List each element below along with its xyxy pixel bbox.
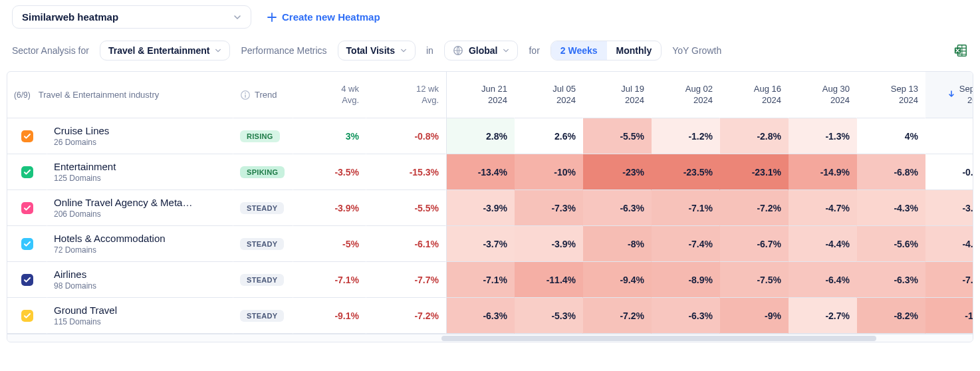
row-name: Airlines [54,269,96,280]
trend-pill: RISING [240,130,280,142]
create-heatmap-button[interactable]: Create new Heatmap [267,11,380,23]
industry-header-label: Travel & Entertainment industry [39,90,160,100]
row-name-cell[interactable]: Ground Travel115 Domains [47,298,233,334]
heatmap-cell: -4.4% [925,226,973,262]
row-4wk-avg: -5% [293,226,366,262]
column-header-date[interactable]: Jul 192024 [583,72,652,118]
export-excel-icon[interactable] [953,43,968,58]
heatmap-cell: -8.2% [857,298,925,334]
heatmap-cell: -8% [583,226,652,262]
heatmap-cell: -7.8% [925,262,973,298]
heatmap-cell: -10% [515,154,583,190]
row-checkbox[interactable] [21,238,33,250]
row-trend-cell: STEADY [233,262,293,298]
heatmap-cell: -7.1% [652,190,720,226]
heatmap-cell: -6.4% [789,262,857,298]
heatmap-cell: -3.7% [446,226,515,262]
column-header-date[interactable]: Sep 272024 [925,72,973,118]
row-checkbox-cell [7,118,47,154]
row-trend-cell: SPIKING [233,154,293,190]
column-header-date[interactable]: Sep 132024 [857,72,925,118]
heatmap-cell: -7.5% [720,262,789,298]
row-checkbox[interactable] [21,310,33,322]
row-subtitle: 206 Domains [54,209,192,219]
heatmap-selector-label: Similarweb heatmap [22,11,118,23]
globe-icon [453,45,463,56]
heatmap-cell: -1.2% [652,118,720,154]
row-checkbox-cell [7,190,47,226]
column-header-date[interactable]: Aug 022024 [652,72,720,118]
heatmap-cell: -7.4% [652,226,720,262]
row-subtitle: 98 Domains [54,281,96,291]
heatmap-cell: 2% [925,118,973,154]
heatmap-cell: -6.3% [857,262,925,298]
metric-dropdown[interactable]: Total Visits [338,41,416,61]
period-option-2weeks[interactable]: 2 Weeks [551,41,607,60]
region-dropdown[interactable]: Global [444,41,519,61]
heatmap-cell: -7.1% [446,262,515,298]
heatmap-cell: -5.3% [515,298,583,334]
row-trend-cell: STEADY [233,298,293,334]
heatmap-cell: -7.2% [583,298,652,334]
create-heatmap-label: Create new Heatmap [282,11,380,23]
row-checkbox[interactable] [21,274,33,286]
heatmap-cell: -2.7% [789,298,857,334]
row-subtitle: 72 Domains [54,245,166,255]
heatmap-table: (6/9)Travel & Entertainment industryTren… [7,71,973,342]
trend-pill: STEADY [240,274,284,286]
horizontal-scrollbar[interactable] [7,334,973,342]
heatmap-cell: -8.9% [652,262,720,298]
heatmap-cell: -14.9% [789,154,857,190]
row-4wk-avg: -3.9% [293,190,366,226]
heatmap-cell: -3.9% [446,190,515,226]
column-header-industry[interactable]: (6/9)Travel & Entertainment industry [7,72,233,118]
trend-pill: STEADY [240,310,284,322]
row-checkbox[interactable] [21,202,33,214]
row-name-cell[interactable]: Cruise Lines26 Domains [47,118,233,154]
column-header-date[interactable]: Aug 302024 [789,72,857,118]
heatmap-cell: -5.5% [583,118,652,154]
row-subtitle: 125 Domains [54,174,116,183]
heatmap-cell: -5.6% [857,226,925,262]
column-header-trend[interactable]: Trend [233,72,293,118]
row-count: (6/9) [14,90,31,100]
row-checkbox[interactable] [21,130,33,142]
column-header-date[interactable]: Jul 052024 [515,72,583,118]
sector-dropdown[interactable]: Travel & Entertainment [100,41,231,61]
column-header-12wk-avg[interactable]: 12 wkAvg. [366,72,446,118]
column-header-date[interactable]: Jun 212024 [446,72,515,118]
heatmap-cell: -1.3% [789,118,857,154]
heatmap-cell: -4.4% [789,226,857,262]
row-trend-cell: STEADY [233,190,293,226]
heatmap-cell: -6.3% [583,190,652,226]
row-name-cell[interactable]: Online Travel Agency & Meta…206 Domains [47,190,233,226]
scrollbar-thumb[interactable] [441,336,876,341]
heatmap-selector[interactable]: Similarweb heatmap [12,5,251,29]
trend-header-label: Trend [255,90,277,100]
chevron-down-icon [503,47,509,54]
heatmap-cell: -13.4% [446,154,515,190]
filter-label-for: for [529,45,539,56]
period-option-monthly[interactable]: Monthly [607,41,662,60]
row-12wk-avg: -0.8% [366,118,446,154]
row-name: Cruise Lines [54,125,109,136]
column-header-date[interactable]: Aug 162024 [720,72,789,118]
row-name-cell[interactable]: Entertainment125 Domains [47,154,233,190]
heatmap-cell: -3.6% [925,190,973,226]
svg-rect-5 [245,94,246,98]
chevron-down-icon [400,47,407,54]
heatmap-cell: 2.8% [446,118,515,154]
trend-pill: SPIKING [240,166,285,178]
row-checkbox[interactable] [21,166,33,178]
row-checkbox-cell [7,154,47,190]
row-trend-cell: RISING [233,118,293,154]
row-name-cell[interactable]: Hotels & Accommodation72 Domains [47,226,233,262]
row-name: Online Travel Agency & Meta… [54,197,192,208]
row-name-cell[interactable]: Airlines98 Domains [47,262,233,298]
trend-pill: STEADY [240,238,284,250]
row-12wk-avg: -6.1% [366,226,446,262]
chevron-down-icon [215,47,221,54]
heatmap-cell: -6.3% [446,298,515,334]
trend-pill: STEADY [240,202,284,214]
column-header-4wk-avg[interactable]: 4 wkAvg. [293,72,366,118]
